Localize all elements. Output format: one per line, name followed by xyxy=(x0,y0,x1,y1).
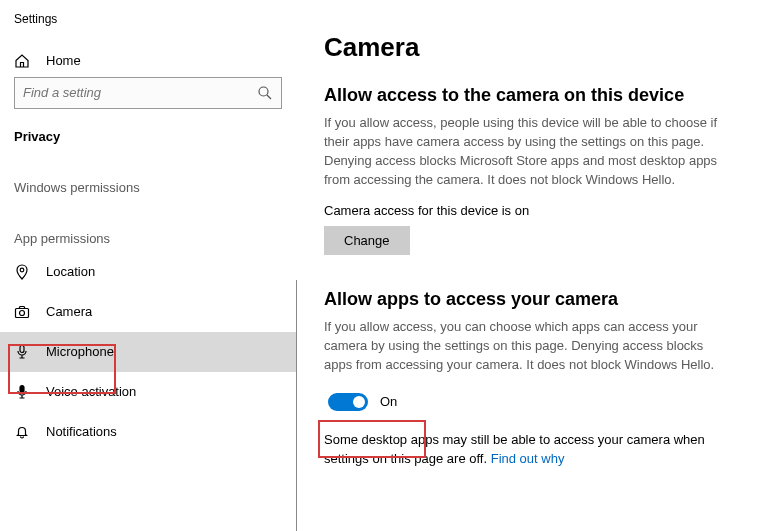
app-title: Settings xyxy=(0,8,296,44)
sidebar-item-label: Microphone xyxy=(46,344,114,359)
sidebar-item-label: Notifications xyxy=(46,424,117,439)
svg-rect-4 xyxy=(20,345,24,352)
sidebar-item-label: Camera xyxy=(46,304,92,319)
toggle-state-label: On xyxy=(380,394,397,409)
app-access-toggle-row: On xyxy=(324,389,746,415)
search-wrap xyxy=(0,77,296,119)
sidebar-item-notifications[interactable]: Notifications xyxy=(0,412,296,452)
group-windows-permissions: Windows permissions xyxy=(0,150,296,201)
section-title-device-access: Allow access to the camera on this devic… xyxy=(324,85,746,106)
footer-note: Some desktop apps may still be able to a… xyxy=(324,431,729,469)
home-icon xyxy=(14,52,32,69)
search-input[interactable] xyxy=(23,85,257,100)
svg-point-3 xyxy=(20,310,25,315)
content-pane: Camera Allow access to the camera on thi… xyxy=(296,0,768,531)
svg-point-1 xyxy=(20,268,24,272)
location-icon xyxy=(14,263,32,280)
app-access-toggle[interactable] xyxy=(328,393,368,411)
search-icon xyxy=(257,84,273,101)
search-box[interactable] xyxy=(14,77,282,109)
device-access-status: Camera access for this device is on xyxy=(324,203,746,218)
svg-point-0 xyxy=(259,87,268,96)
sidebar-item-microphone[interactable]: Microphone xyxy=(0,332,296,372)
voice-icon xyxy=(14,383,32,400)
bell-icon xyxy=(14,423,32,440)
sidebar-item-voice-activation[interactable]: Voice activation xyxy=(0,372,296,412)
sidebar-item-home[interactable]: Home xyxy=(0,44,296,77)
sidebar-item-label: Voice activation xyxy=(46,384,136,399)
category-label: Privacy xyxy=(0,119,296,150)
section-desc-device-access: If you allow access, people using this d… xyxy=(324,114,729,189)
sidebar-item-camera[interactable]: Camera xyxy=(0,292,296,332)
sidebar-item-label: Location xyxy=(46,264,95,279)
group-app-permissions: App permissions xyxy=(0,201,296,252)
page-title: Camera xyxy=(324,32,746,63)
section-title-app-access: Allow apps to access your camera xyxy=(324,289,746,310)
microphone-icon xyxy=(14,343,32,360)
svg-rect-5 xyxy=(20,385,24,392)
section-desc-app-access: If you allow access, you can choose whic… xyxy=(324,318,729,375)
camera-icon xyxy=(14,303,32,320)
sidebar: Settings Home Privacy Windows permission… xyxy=(0,0,296,531)
find-out-why-link[interactable]: Find out why xyxy=(491,451,565,466)
sidebar-item-location[interactable]: Location xyxy=(0,252,296,292)
change-button[interactable]: Change xyxy=(324,226,410,255)
home-label: Home xyxy=(46,53,81,68)
svg-rect-2 xyxy=(16,308,29,317)
